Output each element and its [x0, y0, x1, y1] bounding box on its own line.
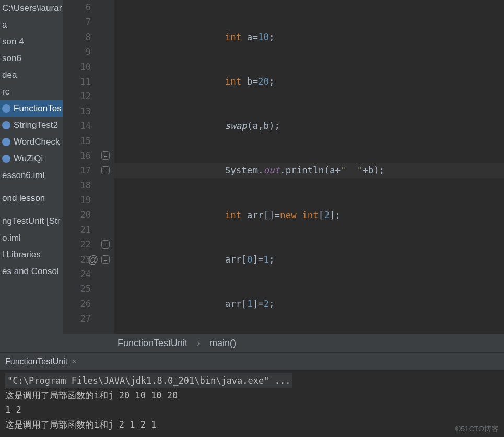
class-icon [2, 104, 10, 113]
sidebar-item-label: StringTest2 [14, 117, 58, 134]
line-number: 20 [63, 207, 91, 222]
line-number: 18 [63, 178, 91, 193]
sidebar-item[interactable]: WuZiQi [0, 150, 63, 167]
line-number: 10 [63, 60, 91, 74]
line-number: 19 [63, 193, 91, 207]
sidebar-item-label: WordCheck [14, 134, 60, 150]
sidebar-item[interactable]: o.iml [0, 230, 63, 246]
line-number: 9 [63, 44, 91, 59]
console-command: "C:\Program Files\JAVA\jdk1.8.0_201\bin\… [5, 373, 292, 388]
console-line: 这是调用了局部函数的i和j 20 10 10 20 [5, 388, 499, 403]
sidebar-item[interactable]: es and Consol [0, 263, 63, 280]
sidebar-item[interactable]: FunctionTes [0, 100, 63, 117]
line-number: 8 [63, 30, 91, 44]
sidebar-item[interactable]: esson6.iml [0, 167, 63, 184]
sidebar-item-label: l Libraries [2, 246, 41, 263]
project-sidebar[interactable]: C:\Users\laurar ason 4son6dearcFunctionT… [0, 0, 63, 334]
fold-marker[interactable]: – [101, 255, 110, 264]
fold-marker[interactable]: – [101, 166, 110, 174]
sidebar-item[interactable]: dea [0, 67, 63, 84]
fold-marker[interactable]: – [101, 151, 110, 160]
watermark: ©51CTO博客 [455, 424, 499, 434]
line-number: 16 [63, 148, 91, 163]
line-number: 27 [63, 311, 91, 326]
code-editor[interactable]: int a=10; int b=20; swap(a,b); System.ou… [114, 0, 504, 334]
line-number: 23 [63, 252, 91, 267]
line-number: 17 [63, 163, 91, 178]
run-tool-tabs[interactable]: FunctionTestUnit × [0, 352, 504, 370]
breadcrumb[interactable]: FunctionTestUnit › main() [0, 334, 504, 352]
class-icon [2, 121, 10, 129]
line-number: 11 [63, 74, 91, 89]
fold-marker[interactable]: – [101, 240, 110, 249]
sidebar-item[interactable]: a [0, 17, 63, 33]
sidebar-item-label: ngTestUnit [Str [2, 213, 61, 230]
line-number: 26 [63, 297, 91, 311]
line-number: 12 [63, 89, 91, 103]
sidebar-item-label: dea [2, 67, 17, 84]
sidebar-item[interactable]: rc [0, 84, 63, 100]
sidebar-item[interactable]: l Libraries [0, 246, 63, 263]
close-icon[interactable]: × [72, 357, 76, 367]
sidebar-item-label: rc [2, 84, 9, 100]
sidebar-item-label: WuZiQi [14, 150, 43, 167]
breadcrumb-class[interactable]: FunctionTestUnit [118, 338, 187, 349]
sidebar-item[interactable]: son6 [0, 50, 63, 67]
sidebar-item-label: es and Consol [2, 263, 59, 280]
line-number: 14 [63, 119, 91, 133]
sidebar-item-label: o.iml [2, 230, 21, 246]
line-number: 21 [63, 222, 91, 237]
chevron-right-icon: › [197, 338, 200, 349]
console-line: 这是调用了局部函数的i和j 2 1 2 1 [5, 417, 499, 432]
class-icon [2, 155, 10, 163]
line-number: 24 [63, 267, 91, 281]
sidebar-item[interactable]: ngTestUnit [Str [0, 213, 63, 230]
sidebar-section-header: ond lesson [0, 190, 63, 207]
line-number: 13 [63, 104, 91, 119]
sidebar-item[interactable]: son 4 [0, 33, 63, 50]
sidebar-item-label: son6 [2, 50, 21, 67]
sidebar-item-label: FunctionTes [14, 100, 62, 117]
line-number: 15 [63, 134, 91, 148]
run-tab[interactable]: FunctionTestUnit × [0, 353, 82, 370]
sidebar-item-label: a [2, 17, 7, 33]
sidebar-item-label: esson6.iml [2, 167, 44, 184]
project-path: C:\Users\laurar [0, 0, 63, 17]
console-output[interactable]: "C:\Program Files\JAVA\jdk1.8.0_201\bin\… [0, 370, 504, 437]
class-icon [2, 138, 10, 146]
console-line: 1 2 [5, 403, 499, 417]
line-number: 7 [63, 15, 91, 29]
line-number: 25 [63, 281, 91, 296]
fold-column[interactable]: – – – @ – [99, 0, 114, 334]
override-icon[interactable]: @ [88, 254, 98, 266]
run-tab-label: FunctionTestUnit [5, 357, 67, 367]
sidebar-item[interactable]: StringTest2 [0, 117, 63, 134]
sidebar-item-label: son 4 [2, 33, 24, 50]
line-number: 6 [63, 0, 91, 15]
sidebar-item[interactable]: WordCheck [0, 134, 63, 150]
line-number: 22 [63, 237, 91, 252]
breadcrumb-method[interactable]: main() [209, 338, 236, 349]
line-number-gutter: 6789101112131415161718192021222324252627 [63, 0, 99, 334]
